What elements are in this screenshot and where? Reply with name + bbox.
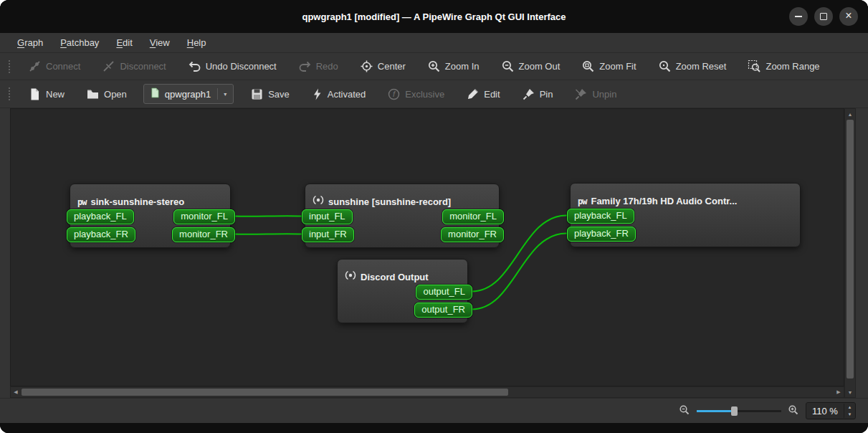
pin-button[interactable]: Pin <box>516 83 559 105</box>
node-sunshine-record[interactable]: sunshine [sunshine-record] input_FL inpu… <box>305 184 500 248</box>
zoom-fit-button[interactable]: Zoom Fit <box>576 55 642 77</box>
port-playback_FR[interactable]: playback_FR <box>567 227 636 242</box>
pin-icon <box>522 87 535 101</box>
port-playback_FL[interactable]: playback_FL <box>567 209 634 224</box>
unpin-button[interactable]: Unpin <box>568 83 622 105</box>
app-window: qpwgraph1 [modified] — A PipeWire Graph … <box>0 0 868 433</box>
vertical-scroll-thumb[interactable] <box>846 120 854 379</box>
close-button[interactable]: × <box>839 7 858 26</box>
unpin-icon <box>574 87 588 101</box>
center-button[interactable]: Center <box>354 55 411 77</box>
port-monitor_FR[interactable]: monitor_FR <box>172 227 235 242</box>
menu-view[interactable]: View <box>141 34 178 51</box>
menu-help[interactable]: Help <box>178 34 215 51</box>
save-button[interactable]: Save <box>244 83 295 105</box>
node-title: Discord Output <box>361 272 429 282</box>
menu-edit[interactable]: Edit <box>108 34 140 51</box>
node-title: sunshine [sunshine-record] <box>328 196 451 207</box>
zoom-out-small-icon[interactable] <box>679 404 690 418</box>
redo-button[interactable]: Redo <box>292 55 344 77</box>
port-playback_FL[interactable]: playback_FL <box>67 209 134 224</box>
lightning-icon <box>311 87 323 101</box>
port-monitor_FL[interactable]: monitor_FL <box>442 209 504 224</box>
port-output_FL[interactable]: output_FL <box>416 285 472 300</box>
port-output_FR[interactable]: output_FR <box>414 303 472 318</box>
new-button[interactable]: New <box>22 83 70 105</box>
svg-text:f: f <box>393 90 396 98</box>
edit-button[interactable]: Edit <box>460 83 505 105</box>
zoom-slider-fill <box>697 410 734 412</box>
zoom-slider-track[interactable] <box>734 410 781 412</box>
node-family-hd-audio[interactable]: pw Family 17h/19h HD Audio Contr... play… <box>570 183 801 247</box>
menu-graph[interactable]: Graph <box>9 34 52 51</box>
scroll-down-icon[interactable]: ▼ <box>845 387 855 397</box>
titlebar[interactable]: qpwgraph1 [modified] — A PipeWire Graph … <box>0 0 868 33</box>
node-discord-output[interactable]: Discord Output output_FL output_FR <box>337 259 468 323</box>
zoom-reset-button[interactable]: Zoom Reset <box>652 55 733 77</box>
statusbar: 110 % ▲ ▼ <box>0 398 868 423</box>
connect-button[interactable]: Connect <box>22 55 86 77</box>
cable <box>234 234 301 234</box>
combo-separator <box>217 88 218 100</box>
undo-disconnect-button[interactable]: Undo Disconnect <box>182 55 282 77</box>
main-area: pw sink-sunshine-stereo playback_FL play… <box>0 108 868 398</box>
patchbay-file-icon <box>149 87 161 101</box>
pipewire-icon: pw <box>578 196 586 206</box>
zoom-in-small-icon[interactable] <box>788 404 799 418</box>
port-playback_FR[interactable]: playback_FR <box>67 227 135 242</box>
cable <box>234 216 301 217</box>
record-icon <box>313 195 324 207</box>
menu-patchbay[interactable]: Patchbay <box>52 34 108 51</box>
zoom-range-button[interactable]: Zoom Range <box>742 55 825 77</box>
minimize-button[interactable] <box>789 7 808 26</box>
zoom-spinbox[interactable]: 110 % ▲ ▼ <box>806 402 856 419</box>
scroll-left-icon[interactable]: ◀ <box>11 387 21 397</box>
zoom-reset-icon <box>658 60 672 73</box>
open-button[interactable]: Open <box>80 83 133 105</box>
exclusive-toggle[interactable]: f Exclusive <box>381 83 450 105</box>
minimize-icon <box>795 16 802 17</box>
graph-canvas[interactable]: pw sink-sunshine-stereo playback_FL play… <box>10 108 844 386</box>
zoom-slider-handle[interactable] <box>731 406 738 416</box>
center-icon <box>360 60 373 73</box>
zoom-in-button[interactable]: Zoom In <box>421 55 485 77</box>
open-folder-icon <box>86 87 100 101</box>
disconnect-button[interactable]: Disconnect <box>96 55 171 77</box>
save-icon <box>250 87 264 101</box>
window-controls: × <box>789 0 858 33</box>
maximize-button[interactable] <box>814 7 833 26</box>
scroll-right-icon[interactable]: ▶ <box>834 387 844 397</box>
patchbay-select[interactable]: qpwgraph1 ▾ <box>143 84 234 104</box>
chevron-down-icon: ▾ <box>222 91 228 97</box>
horizontal-scrollbar[interactable]: ◀ ▶ <box>10 386 844 398</box>
pencil-icon <box>466 87 480 101</box>
port-input_FL[interactable]: input_FL <box>302 209 353 224</box>
undo-icon <box>188 60 201 73</box>
port-monitor_FL[interactable]: monitor_FL <box>173 209 235 224</box>
horizontal-scroll-thumb[interactable] <box>22 389 508 396</box>
spin-buttons: ▲ ▼ <box>844 404 855 418</box>
file-toolbar: New Open qpwgraph1 ▾ Save Activated f Ex… <box>0 80 868 108</box>
toolbar-drag-handle[interactable] <box>9 60 10 73</box>
menubar: Graph Patchbay Edit View Help <box>0 33 868 53</box>
port-monitor_FR[interactable]: monitor_FR <box>441 227 504 242</box>
scroll-up-icon[interactable]: ▲ <box>845 109 855 119</box>
spin-down-icon[interactable]: ▼ <box>844 411 855 418</box>
horizontal-scroll-track[interactable] <box>21 387 834 397</box>
disconnect-icon <box>102 60 115 73</box>
port-input_FR[interactable]: input_FR <box>302 227 354 242</box>
connect-icon <box>28 60 42 73</box>
spin-up-icon[interactable]: ▲ <box>844 404 855 411</box>
zoom-range-icon <box>748 60 761 73</box>
node-sink-sunshine-stereo[interactable]: pw sink-sunshine-stereo playback_FL play… <box>70 184 231 248</box>
new-file-icon <box>28 87 42 101</box>
node-title: Family 17h/19h HD Audio Contr... <box>591 196 737 206</box>
toolbar-drag-handle[interactable] <box>9 87 10 100</box>
vertical-scroll-track[interactable] <box>845 119 855 387</box>
zoom-out-button[interactable]: Zoom Out <box>495 55 566 77</box>
redo-icon <box>298 60 312 73</box>
zoom-slider[interactable] <box>697 404 781 418</box>
activated-toggle[interactable]: Activated <box>305 83 371 105</box>
window-title: qpwgraph1 [modified] — A PipeWire Graph … <box>0 11 868 22</box>
vertical-scrollbar[interactable]: ▲ ▼ <box>844 108 856 398</box>
